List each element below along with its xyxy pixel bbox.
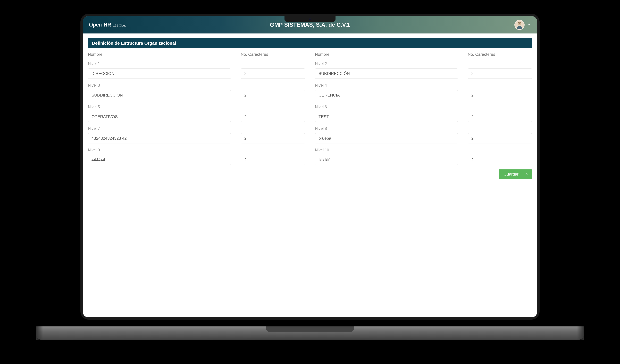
company-title: GMP SISTEMAS, S.A. de C.V.1 xyxy=(270,22,350,28)
arrow-right-icon xyxy=(525,172,528,176)
level-8-label: Nivel 8 xyxy=(315,126,458,131)
level-2-chars-input[interactable] xyxy=(468,68,532,79)
level-1-chars-input[interactable] xyxy=(241,68,305,79)
panel-title: Definición de Estructura Organizacional xyxy=(88,38,532,48)
level-2-label: Nivel 2 xyxy=(315,61,458,66)
svg-point-1 xyxy=(518,22,521,25)
level-10-chars-input[interactable] xyxy=(468,155,532,165)
logo-text-open: Open xyxy=(89,22,102,28)
level-3-name-input[interactable] xyxy=(88,90,231,100)
level-1-name-input[interactable] xyxy=(88,68,231,79)
user-avatar[interactable] xyxy=(514,20,525,30)
column-header-chars-right: No. Caracteres xyxy=(468,52,532,57)
level-4-name-input[interactable] xyxy=(315,90,458,100)
column-header-name-left: Nombre xyxy=(88,52,231,57)
level-10-name-input[interactable] xyxy=(315,155,458,165)
user-menu-chevron-icon[interactable] xyxy=(527,23,531,27)
level-8-chars-input[interactable] xyxy=(468,133,532,143)
level-3-label: Nivel 3 xyxy=(88,83,231,88)
level-4-label: Nivel 4 xyxy=(315,83,458,88)
level-8-name-input[interactable] xyxy=(315,133,458,143)
column-header-name-right: Nombre xyxy=(315,52,458,57)
level-7-chars-input[interactable] xyxy=(241,133,305,143)
level-3-chars-input[interactable] xyxy=(241,90,305,100)
save-button[interactable]: Guardar xyxy=(499,169,532,179)
level-7-name-input[interactable] xyxy=(88,133,231,143)
level-5-label: Nivel 5 xyxy=(88,105,231,109)
device-base xyxy=(36,326,584,340)
device-notch xyxy=(284,16,336,22)
level-1-label: Nivel 1 xyxy=(88,61,231,66)
level-6-chars-input[interactable] xyxy=(468,112,532,122)
logo-version: v.11 Cloud xyxy=(113,24,126,27)
level-6-label: Nivel 6 xyxy=(315,105,458,109)
level-10-label: Nivel 10 xyxy=(315,148,458,152)
column-header-chars-left: No. Caracteres xyxy=(241,52,305,57)
save-button-label: Guardar xyxy=(504,172,518,177)
level-9-label: Nivel 9 xyxy=(88,148,231,152)
logo-text-hr: HR xyxy=(104,22,111,28)
level-7-label: Nivel 7 xyxy=(88,126,231,131)
level-5-name-input[interactable] xyxy=(88,112,231,122)
level-4-chars-input[interactable] xyxy=(468,90,532,100)
level-5-chars-input[interactable] xyxy=(241,112,305,122)
level-9-name-input[interactable] xyxy=(88,155,231,165)
level-6-name-input[interactable] xyxy=(315,112,458,122)
level-2-name-input[interactable] xyxy=(315,68,458,79)
level-9-chars-input[interactable] xyxy=(241,155,305,165)
app-logo: Open HR v.11 Cloud xyxy=(89,22,126,28)
